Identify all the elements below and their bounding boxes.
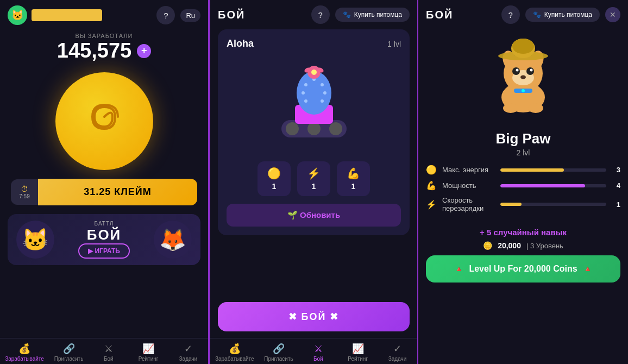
mid-nav-battle[interactable]: ⚔ Бой [303,343,333,362]
speed-icon: ⚡ [307,167,321,180]
claim-label: КЛЕЙМ [114,186,152,197]
mid-battle-icon: ⚔ [314,343,323,355]
pet-level: 1 lvl [387,40,401,48]
stat-row-energy: 🟡 Макс. энергия 3 [426,165,620,175]
buy-pet-label: Купить питомца [354,11,402,18]
buy-pet-button[interactable]: 🐾 Купить питомца [335,8,410,22]
mid-nav-invite[interactable]: 🔗 Пригласить [263,343,293,362]
mid-nav-tasks[interactable]: ✓ Задачи [382,343,412,362]
battle-title: БОЙ [87,227,122,243]
buy-pet-icon: 🐾 [343,11,351,18]
mid-top-bar: БОЙ ? 🐾 Купить питомца [210,0,417,29]
energy-val: 1 [272,182,277,191]
skill-section: + 5 случайный навык [418,228,628,237]
battle-title-group: БАТТЛ БОЙ ▶ ИГРАТЬ [78,221,130,259]
update-button[interactable]: 🌱 Обновить [227,204,401,227]
stat-speed: ⚡ 1 [297,161,330,196]
nav-rating[interactable]: 📈 Рейтинг [134,343,164,362]
nav-invite[interactable]: 🔗 Пригласить [54,343,84,362]
claim-amount: 31.25 [84,186,111,197]
nav-tasks[interactable]: ✓ Задачи [173,343,203,362]
skill-title: + 5 случайный навык [418,228,628,237]
play-button[interactable]: ▶ ИГРАТЬ [78,243,130,259]
levelup-label: Level Up For 20,000 Coins [469,264,577,274]
mid-nav-rating-label: Рейтинг [348,356,368,362]
add-coins-button[interactable]: + [137,44,151,58]
lang-badge[interactable]: Ru [180,9,200,22]
right-panel: БОЙ ? 🐾 Купить питомца ✕ [418,0,628,364]
right-help-icon[interactable]: ? [501,5,520,24]
svg-point-32 [503,103,518,113]
svg-point-11 [304,99,307,103]
timer-icon: ⏱ [21,185,28,193]
username-bar [32,9,102,21]
upgrade-info: 🪙 20,000 | 3 Уровень [418,241,628,250]
svg-point-26 [520,76,526,79]
mid-panel: БОЙ ? 🐾 Купить питомца Aloha 1 lvl [209,0,418,364]
stat-recharge-value: 1 [612,200,620,209]
mid-help-icon[interactable]: ? [311,5,330,24]
right-buy-pet-button[interactable]: 🐾 Купить питомца [525,8,600,22]
earned-number: 145,575 [57,39,131,62]
levelup-arrow-right: 🔺 [583,265,592,273]
coin-button[interactable] [55,72,153,170]
stat-energy: 🟡 1 [258,161,291,196]
big-pet-image [477,29,569,122]
stat-energy-label: Макс. энергия [442,166,495,174]
upgrade-cost: 20,000 [498,241,521,250]
mid-invite-icon: 🔗 [273,343,285,355]
levelup-arrow-left: 🔺 [454,265,463,273]
svg-point-6 [304,83,307,86]
pet-card-header: Aloha 1 lvl [227,38,401,49]
timer-value: 7:59 [19,193,29,199]
timer-badge: ⏱ 7:59 [11,179,38,205]
mid-nav-earn[interactable]: 💰 Зарабатывайте [215,343,254,362]
stat-energy-value: 3 [612,166,620,174]
levelup-button[interactable]: 🔺 Level Up For 20,000 Coins 🔺 [426,255,620,283]
svg-point-8 [321,83,324,86]
nav-earn-label: Зарабатывайте [5,356,44,362]
fight-button[interactable]: ✖ БОЙ ✖ [218,302,410,331]
left-bottom-nav: 💰 Зарабатывайте 🔗 Пригласить ⚔ Бой 📈 Рей… [0,338,208,364]
stat-power-value: 4 [612,181,620,190]
nav-battle[interactable]: ⚔ Бой [93,343,123,362]
battle-icon: ⚔ [104,343,113,355]
claim-row: ⏱ 7:59 31.25 КЛЕЙМ [0,179,208,205]
stats-list: 🟡 Макс. энергия 3 💪 Мощность 4 ⚡ Скорост… [426,165,620,218]
stat-recharge-bar [500,203,606,206]
nav-tasks-label: Задачи [179,356,198,362]
stat-recharge-icon: ⚡ [426,199,437,210]
energy-icon: 🟡 [267,167,281,180]
mid-tasks-icon: ✓ [393,343,401,355]
svg-point-2 [307,122,321,135]
pet-image [265,55,363,153]
close-button[interactable]: ✕ [605,7,620,22]
stat-power-fill [500,184,585,187]
claim-button[interactable]: 31.25 КЛЕЙМ [38,179,197,205]
pet-card: Aloha 1 lvl [218,29,410,235]
speed-val: 1 [312,182,316,191]
battle-banner[interactable]: 🐱 БАТТЛ БОЙ ▶ ИГРАТЬ 🦊 [8,214,200,265]
invite-icon: 🔗 [63,343,75,355]
stat-power: 💪 1 [337,161,370,196]
top-bar-icons: ? Ru [156,6,200,24]
svg-point-23 [526,67,534,75]
pet-stats-row: 🟡 1 ⚡ 1 💪 1 [227,161,401,196]
stat-power-icon: 💪 [426,180,437,191]
spiral-icon [83,95,126,147]
stat-power-label: Мощность [442,181,495,190]
svg-point-25 [530,69,533,72]
help-icon[interactable]: ? [156,6,175,24]
nav-invite-label: Пригласить [54,356,84,362]
svg-point-3 [329,122,342,135]
mid-rating-icon: 📈 [352,343,364,355]
earned-value: 145,575 + [0,39,208,62]
nav-earn[interactable]: 💰 Зарабатывайте [5,343,44,362]
mid-earn-icon: 💰 [229,343,241,355]
stat-energy-fill [500,168,564,172]
svg-point-24 [516,69,519,72]
stat-row-recharge: ⚡ Скорость перезарядки 1 [426,196,620,212]
right-top-bar: БОЙ ? 🐾 Купить питомца ✕ [418,0,628,29]
mid-nav-rating[interactable]: 📈 Рейтинг [343,343,373,362]
stat-recharge-fill [500,203,522,206]
